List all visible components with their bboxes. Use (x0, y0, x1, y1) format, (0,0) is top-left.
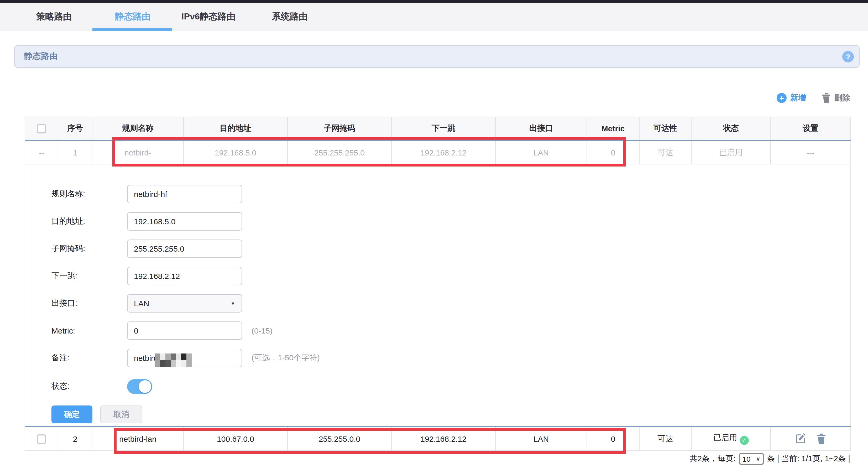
route-row-1: -- 1 netbird- 192.168.5.0 255.255.255.0 … (25, 140, 850, 164)
pagination-prefix: 共2条，每页: (689, 454, 736, 464)
col-dest-address: 目的地址 (184, 117, 287, 140)
table-header-row: 序号 规则名称 目的地址 子网掩码 下一跳 出接口 Metric 可达性 状态 … (25, 117, 850, 140)
plus-icon: + (777, 93, 786, 103)
col-status: 状态 (691, 117, 771, 140)
row1-interface: LAN (495, 140, 587, 164)
active-tab-indicator (92, 28, 172, 31)
toggle-knob (138, 380, 151, 393)
trash-icon (822, 93, 831, 103)
edit-form-row: 规则名称: 目的地址: 子网掩码: 下一跳: (25, 164, 850, 427)
tab-ipv6-static-route[interactable]: IPv6静态路由 (181, 3, 236, 31)
tab-policy-route[interactable]: 策略路由 (36, 3, 72, 31)
col-seq: 序号 (58, 117, 92, 140)
note-label: 备注: (52, 353, 127, 363)
note-input-wrap (127, 349, 242, 367)
col-out-interface: 出接口 (495, 117, 587, 140)
col-metric: Metric (587, 117, 639, 140)
col-reachability: 可达性 (639, 117, 691, 140)
next-hop-input[interactable] (127, 267, 242, 285)
row1-select: -- (25, 140, 58, 164)
form-row-rule-name: 规则名称: (52, 185, 850, 203)
delete-button[interactable]: 删除 (822, 93, 850, 103)
interface-label: 出接口: (52, 298, 127, 308)
table-toolbar: + 新增 删除 (25, 93, 850, 103)
scale-wrapper: 策略路由 静态路由 IPv6静态路由 系统路由 静态路由 ? + 新增 删除 (0, 0, 868, 468)
router-admin-page: 策略路由 静态路由 IPv6静态路由 系统路由 静态路由 ? + 新增 删除 (0, 0, 868, 468)
col-settings: 设置 (771, 117, 850, 140)
interface-select-value: LAN (134, 299, 149, 308)
form-row-dest: 目的地址: (52, 212, 850, 230)
static-routes-table: 序号 规则名称 目的地址 子网掩码 下一跳 出接口 Metric 可达性 状态 … (25, 117, 851, 451)
form-row-note: 备注: (可选，1-50个字符) (52, 349, 850, 367)
row1-seq: 1 (58, 140, 92, 164)
row1-dest: 192.168.5.0 (184, 140, 287, 164)
select-all-checkbox[interactable] (37, 124, 46, 133)
form-row-status: 状态: (52, 377, 850, 396)
mask-label: 子网掩码: (52, 244, 127, 254)
note-hint: (可选，1-50个字符) (251, 353, 320, 363)
metric-input[interactable] (127, 321, 242, 340)
rule-name-label: 规则名称: (52, 189, 127, 199)
status-toggle[interactable] (127, 379, 152, 394)
row1-settings: --- (771, 140, 850, 164)
row1-rule-name: netbird- (92, 140, 184, 164)
add-button[interactable]: + 新增 (777, 93, 806, 103)
col-subnet-mask: 子网掩码 (287, 117, 392, 140)
section-header-bar: 静态路由 ? (14, 45, 860, 68)
form-row-mask: 子网掩码: (52, 240, 850, 258)
row1-next-hop: 192.168.2.12 (392, 140, 495, 164)
metric-label: Metric: (52, 326, 127, 335)
col-select (25, 117, 58, 140)
col-rule-name: 规则名称 (92, 117, 184, 140)
form-buttons: 确定 取消 (52, 405, 850, 423)
help-icon[interactable]: ? (842, 51, 854, 63)
subnet-mask-input[interactable] (127, 240, 242, 258)
row1-mask: 255.255.255.0 (287, 140, 392, 164)
interface-select[interactable]: LAN ▼ (127, 294, 242, 313)
row1-reachability: 可达 (639, 140, 691, 164)
tab-system-route[interactable]: 系统路由 (272, 3, 308, 31)
cancel-button[interactable]: 取消 (100, 405, 142, 423)
chevron-down-icon: ∨ (756, 456, 760, 462)
form-row-interface: 出接口: LAN ▼ (52, 294, 850, 313)
top-dark-strip (0, 0, 868, 3)
status-label: 状态: (52, 381, 127, 391)
rule-name-input[interactable] (127, 185, 242, 203)
row1-metric: 0 (587, 140, 639, 164)
confirm-button[interactable]: 确定 (52, 405, 92, 423)
page-size-value: 10 (742, 455, 750, 463)
add-button-label: 新增 (790, 93, 806, 103)
pagination-suffix: 条 | 当前: 1/1页, 1~2条 | (767, 454, 850, 464)
form-row-next-hop: 下一跳: (52, 267, 850, 285)
dest-address-input[interactable] (127, 212, 242, 230)
delete-button-label: 删除 (834, 93, 850, 103)
row1-status: 已启用 (691, 140, 771, 164)
tab-static-route[interactable]: 静态路由 (115, 3, 151, 31)
form-row-metric: Metric: (0-15) (52, 321, 850, 340)
edit-route-form: 规则名称: 目的地址: 子网掩码: 下一跳: (25, 185, 850, 446)
page-size-select[interactable]: 10 ∨ (739, 453, 764, 465)
dest-label: 目的地址: (52, 216, 127, 226)
section-title: 静态路由 (24, 51, 58, 62)
next-hop-label: 下一跳: (52, 271, 127, 281)
col-next-hop: 下一跳 (392, 117, 495, 140)
caret-down-icon: ▼ (230, 301, 235, 306)
route-tab-bar: 策略路由 静态路由 IPv6静态路由 系统路由 (0, 3, 868, 31)
pagination-bar: 共2条，每页: 10 ∨ 条 | 当前: 1/1页, 1~2条 | (689, 453, 850, 465)
metric-hint: (0-15) (251, 326, 273, 335)
privacy-mosaic (155, 353, 192, 367)
